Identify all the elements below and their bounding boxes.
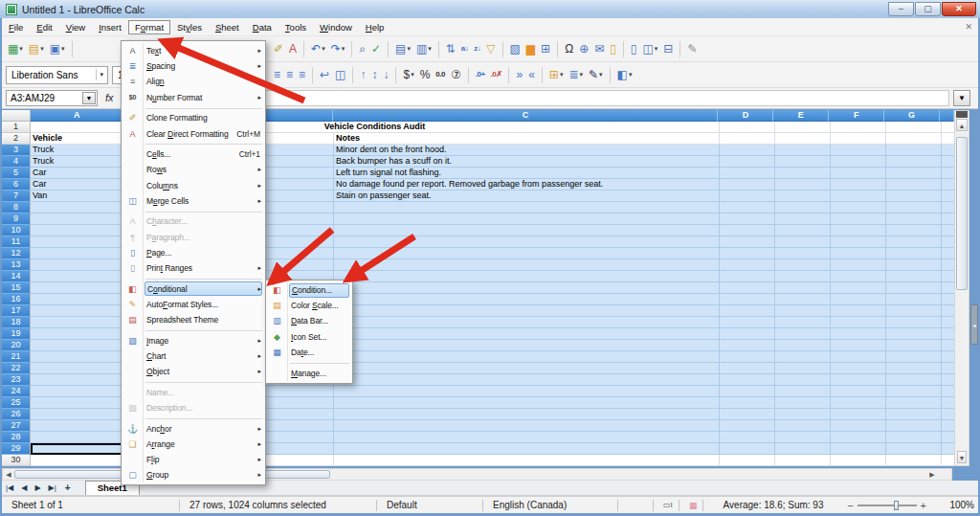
split-handle[interactable] <box>956 111 968 118</box>
cell-D21[interactable] <box>720 351 775 363</box>
cell-E18[interactable] <box>775 317 831 328</box>
row-header-26[interactable]: 26 <box>2 409 31 420</box>
cell-F4[interactable] <box>831 156 886 168</box>
menu-item-data-bar[interactable]: ▥Data Bar... <box>266 313 352 328</box>
name-box[interactable]: ▼ <box>6 90 98 106</box>
cell-G13[interactable] <box>886 259 942 271</box>
cell-A14[interactable] <box>31 271 124 282</box>
font-name-combobox[interactable]: Liberation Sans ▾ <box>6 66 108 84</box>
row-header-12[interactable]: 12 <box>2 248 31 259</box>
cell-G28[interactable] <box>886 432 942 443</box>
row-header-20[interactable]: 20 <box>2 340 31 351</box>
first-sheet-icon[interactable]: |◀ <box>2 483 17 492</box>
cell-E29[interactable] <box>775 443 831 455</box>
cell-C24[interactable] <box>334 386 720 397</box>
insert-special-character-button[interactable]: Ω <box>563 39 575 58</box>
menu-format[interactable]: Format <box>128 20 170 34</box>
cell-E22[interactable] <box>775 363 831 374</box>
row-header-10[interactable]: 10 <box>2 225 31 236</box>
cell-E27[interactable] <box>775 420 831 432</box>
menu-item-condition[interactable]: ◧Condition... <box>266 282 352 298</box>
scroll-left-icon[interactable]: ◀ <box>3 469 14 480</box>
sort-button[interactable]: ⇅ <box>444 39 457 58</box>
menu-item-object[interactable]: Object▸ <box>122 364 265 379</box>
cell-D28[interactable] <box>720 432 775 443</box>
cell-G12[interactable] <box>886 248 942 259</box>
previous-sheet-icon[interactable]: ◀ <box>17 483 31 492</box>
menu-item-image[interactable]: ▧Image▸ <box>122 333 265 348</box>
cell-G4[interactable] <box>886 156 942 168</box>
cell-G30[interactable] <box>886 455 942 466</box>
row-header-4[interactable]: 4 <box>2 156 31 168</box>
row-header-29[interactable]: 29 <box>2 443 31 455</box>
cell-A27[interactable] <box>31 420 124 432</box>
menu-data[interactable]: Data <box>246 20 278 34</box>
cell-F14[interactable] <box>831 271 886 282</box>
row-header-7[interactable]: 7 <box>2 191 31 202</box>
freeze-rows-and-columns-button[interactable]: ◫▾ <box>640 39 659 58</box>
cell-F7[interactable] <box>831 191 886 202</box>
format-as-number-button[interactable]: 0.0 <box>434 65 447 84</box>
cell-F8[interactable] <box>831 202 886 213</box>
cell-A17[interactable] <box>31 305 124 317</box>
cell-F18[interactable] <box>831 317 886 328</box>
menu-help[interactable]: Help <box>359 20 391 34</box>
cell-A22[interactable] <box>31 363 124 374</box>
cell-C19[interactable] <box>334 328 720 340</box>
menu-item-manage[interactable]: Manage... <box>266 365 352 380</box>
border-color-button[interactable]: ✎▾ <box>587 65 605 84</box>
cell-D10[interactable] <box>720 225 775 236</box>
zoom-in-icon[interactable]: + <box>917 500 930 511</box>
cell-D5[interactable] <box>720 168 775 179</box>
delete-decimal-place-button[interactable]: .0✗ <box>489 65 504 84</box>
autofilter-button[interactable]: ▽ <box>484 39 497 58</box>
cell-F12[interactable] <box>831 248 886 259</box>
cell-C8[interactable] <box>334 202 720 213</box>
menu-file[interactable]: File <box>2 20 30 34</box>
dropdown-arrow-icon[interactable]: ▾ <box>579 71 583 79</box>
dropdown-arrow-icon[interactable]: ▾ <box>655 45 658 53</box>
find-and-replace-button[interactable]: ⌕ <box>357 39 368 58</box>
cell-F26[interactable] <box>831 409 886 420</box>
dropdown-arrow-icon[interactable]: ▾ <box>322 45 325 53</box>
undo-button[interactable]: ↶▾ <box>309 39 327 58</box>
cell-C2[interactable]: Notes <box>334 133 720 145</box>
document-close-icon[interactable]: ✕ <box>965 22 972 32</box>
add-sheet-icon[interactable]: + <box>60 482 76 493</box>
menu-item-print-ranges[interactable]: ▯Print Ranges▸ <box>122 260 265 276</box>
add-decimal-place-button[interactable]: .0+ <box>474 65 487 84</box>
cell-C5[interactable]: Left turn signal not flashing. <box>334 168 720 179</box>
menu-item-arrange[interactable]: ❏Arrange▸ <box>122 437 265 452</box>
save-button[interactable]: ▣▾ <box>48 39 67 58</box>
cell-D20[interactable] <box>720 340 775 351</box>
cell-E8[interactable] <box>775 202 831 213</box>
select-all-corner[interactable] <box>2 110 31 122</box>
menu-item-icon-set[interactable]: ◆Icon Set... <box>266 329 352 345</box>
cell-E4[interactable] <box>775 156 831 168</box>
dropdown-arrow-icon[interactable]: ▾ <box>560 71 564 79</box>
insert-rows-button[interactable]: ▤▾ <box>393 39 412 58</box>
cell-D18[interactable] <box>720 317 775 328</box>
cell-E25[interactable] <box>775 397 831 409</box>
cell-G26[interactable] <box>886 409 942 420</box>
dropdown-arrow-icon[interactable]: ▾ <box>629 71 633 79</box>
cell-A9[interactable] <box>31 213 124 225</box>
menu-item-flip[interactable]: Flip▸ <box>122 452 265 467</box>
cell-C28[interactable] <box>334 432 720 443</box>
cell-A29[interactable] <box>31 443 124 455</box>
redo-button[interactable]: ↷▾ <box>329 39 347 58</box>
cell-A16[interactable] <box>31 294 124 305</box>
borders-button[interactable]: ⊞▾ <box>547 65 566 84</box>
zoom-percent[interactable]: 100% <box>936 500 978 510</box>
row-header-8[interactable]: 8 <box>2 202 31 213</box>
format-as-percent-button[interactable]: % <box>418 65 433 84</box>
merge-cells-button[interactable]: ◫ <box>333 65 347 84</box>
cell-D9[interactable] <box>720 213 775 225</box>
minimize-button[interactable]: ‒ <box>888 2 914 16</box>
cell-G21[interactable] <box>886 351 942 363</box>
row-header-21[interactable]: 21 <box>2 351 31 363</box>
cell-A5[interactable]: Car <box>31 168 124 179</box>
cell-C6[interactable]: No damage found per report. Removed garb… <box>334 179 720 191</box>
dropdown-arrow-icon[interactable]: ▾ <box>40 45 44 53</box>
cell-G22[interactable] <box>886 363 942 374</box>
